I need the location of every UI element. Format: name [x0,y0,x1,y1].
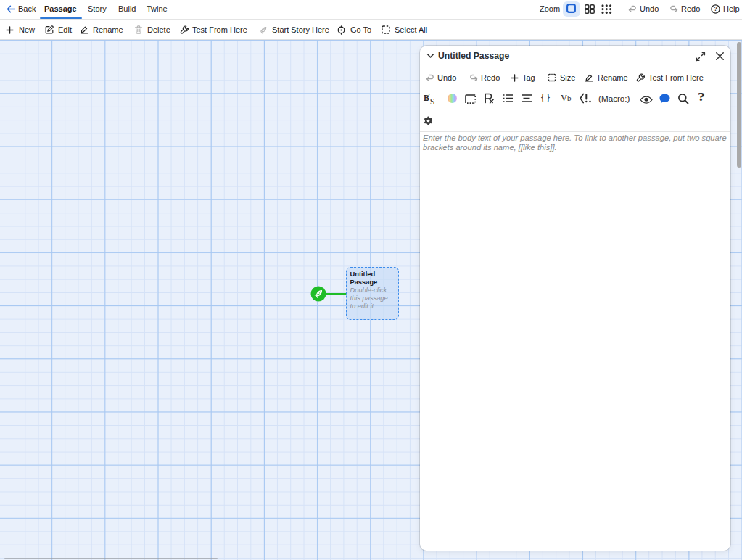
svg-text:?: ? [714,5,717,12]
